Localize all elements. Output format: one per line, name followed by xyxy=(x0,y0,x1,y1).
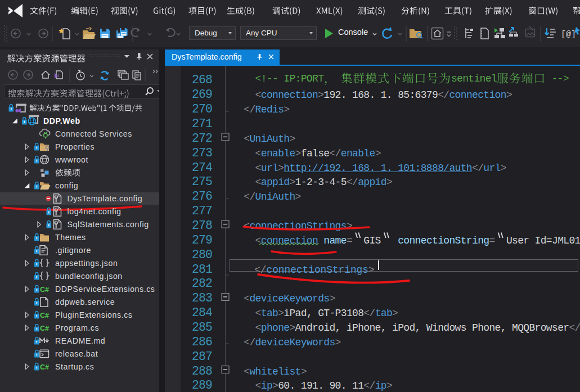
svg-text:C#: C# xyxy=(40,325,49,332)
svg-text:C#: C# xyxy=(40,286,49,294)
svg-text:C#: C# xyxy=(40,312,49,319)
svg-text:C#: C# xyxy=(40,363,49,371)
